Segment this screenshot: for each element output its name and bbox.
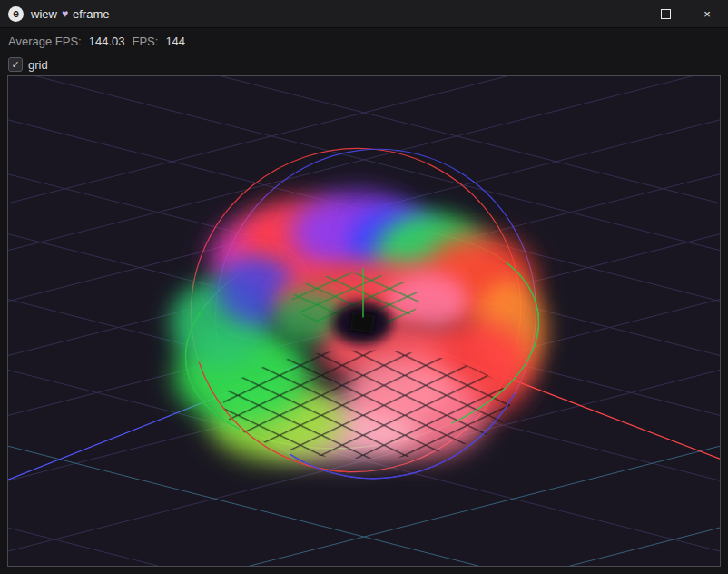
heart-icon: ♥ [62, 7, 68, 20]
options-toolbar: ✓ grid [0, 54, 728, 75]
minimize-icon: — [618, 7, 630, 21]
window-title-app: wiew [31, 7, 57, 21]
checkmark-icon: ✓ [11, 60, 19, 70]
grid-checkbox[interactable]: ✓ [8, 57, 23, 72]
wireframe-hatch-black [223, 350, 510, 459]
grid-checkbox-label[interactable]: grid [28, 58, 48, 72]
titlebar[interactable]: e wiew ♥ eframe — × [0, 0, 728, 28]
maximize-icon [661, 9, 671, 19]
viewport-panel[interactable] [7, 75, 721, 567]
avg-fps-label: Average FPS: [8, 35, 82, 48]
window-controls: — × [603, 0, 728, 27]
stats-bar: Average FPS: 144.03 FPS: 144 [0, 28, 728, 54]
minimize-button[interactable]: — [603, 0, 644, 27]
avg-fps-value: 144.03 [89, 35, 125, 48]
fps-label: FPS: [132, 35, 158, 48]
app-window: e wiew ♥ eframe — × Average FPS: 144.03 … [0, 0, 728, 574]
close-icon: × [703, 7, 711, 21]
fps-value: 144 [165, 35, 185, 48]
app-icon-letter: e [13, 8, 19, 19]
viewport-canvas[interactable] [8, 76, 720, 566]
maximize-button[interactable] [644, 0, 686, 27]
app-icon: e [8, 6, 24, 22]
window-title: wiew ♥ eframe [31, 7, 110, 21]
window-title-suffix: eframe [73, 7, 109, 21]
close-button[interactable]: × [686, 0, 728, 27]
